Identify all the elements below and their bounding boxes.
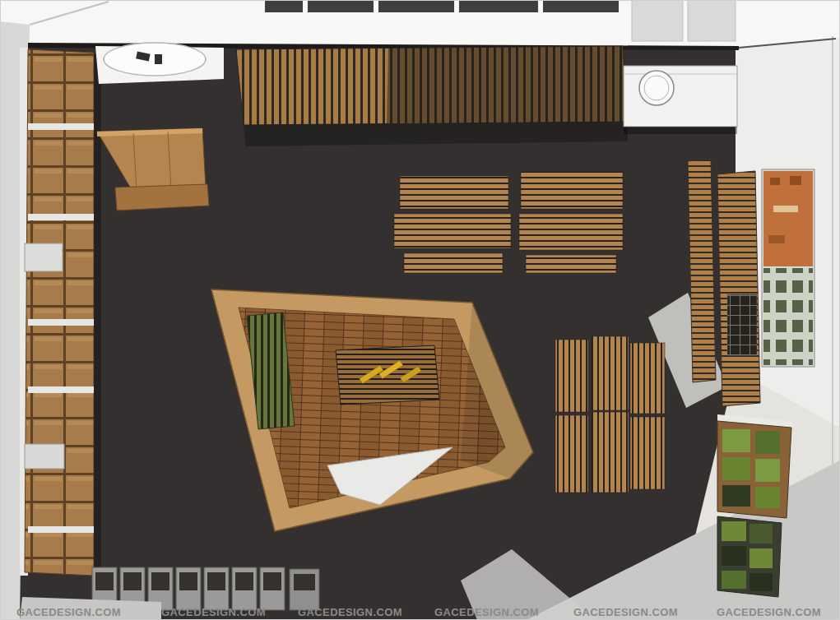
cubby-opening [123,572,142,590]
green-cabinet-upper [717,414,791,518]
shelf-top-band [28,319,94,326]
shelf-top-band [28,214,94,220]
cabinet-cell [722,521,746,541]
shelf-slats [717,171,760,406]
cabinet-cell [722,457,750,480]
slatted-table [630,417,665,489]
shelf-top-band [28,386,94,393]
slatted-table [630,343,665,414]
poster-mark [770,178,780,185]
left-shelving-unit [20,48,101,576]
shelf-top-band [28,526,94,533]
shelf-top-band [28,123,94,130]
window-panel [308,0,374,12]
watermark-text: GACEDESIGN.COM [161,606,266,618]
slatted-table [555,340,588,412]
cubby-opening [207,572,225,590]
cabinet-cell [722,571,746,589]
shelf-slats [688,159,716,382]
watermark-text: GACEDESIGN.COM [434,606,539,618]
poster-mark [768,235,785,243]
panel-shadow-half [387,46,628,123]
window-panel [459,0,538,12]
cabinet-cell [722,429,750,452]
white-storage-box [25,444,64,469]
table-cluster-a [394,176,511,273]
cabinet-cell [755,487,780,508]
poster-mark [790,176,801,185]
skylight-panel [688,0,736,41]
window-panel [265,0,303,12]
watermark-text: GACEDESIGN.COM [298,606,402,618]
cubby-opening [235,572,253,590]
window-panel [543,0,619,12]
skylight-panel [632,0,683,41]
slatted-table [592,336,629,410]
cabinet-cell [755,431,780,454]
pigeonhole-grid [727,294,757,355]
slatted-table [519,214,623,250]
poster-mark [773,206,798,212]
slatted-wood-panel [236,46,628,146]
watermark-text: GACEDESIGN.COM [16,606,121,618]
poster-bottom-grid [763,268,813,365]
white-storage-box [25,243,63,271]
slatted-table [400,176,508,209]
cabinet-cell [750,524,773,544]
window-panel [378,0,454,12]
cabinet-cell [722,546,746,566]
counter-unit [624,66,737,134]
slatted-table [555,415,588,493]
slatted-table [526,255,616,273]
green-cabinet-lower [717,516,782,597]
cubby-opening [294,574,315,590]
desk-lower-tier [115,184,209,211]
counter-shadow [624,127,737,134]
slatted-table [521,172,623,209]
cabinet-cell [755,459,780,482]
table-object [155,54,162,64]
slatted-table [592,412,629,493]
table-cluster-b [519,172,623,273]
wall-shelf-column-2 [717,171,760,406]
round-table-area [95,43,224,84]
cubby-opening [179,572,197,590]
slatted-table [404,253,503,273]
cubby-opening [151,572,169,590]
poster-top-art [763,171,813,266]
watermark-text: GACEDESIGN.COM [573,606,678,618]
cubby-opening [263,572,281,590]
scene-canvas: GACEDESIGN.COM GACEDESIGN.COM GACEDESIGN… [0,0,840,620]
watermark-text: GACEDESIGN.COM [717,606,821,618]
cubby-opening [95,572,114,590]
cabinet-cell [722,485,750,507]
wall-poster [762,169,814,367]
cabinet-cell [750,548,773,568]
interior-rendering: GACEDESIGN.COM GACEDESIGN.COM GACEDESIGN… [0,0,840,620]
slatted-table [394,214,511,248]
cabinet-cell [750,573,773,591]
wall-shelf-column-1 [688,159,716,382]
